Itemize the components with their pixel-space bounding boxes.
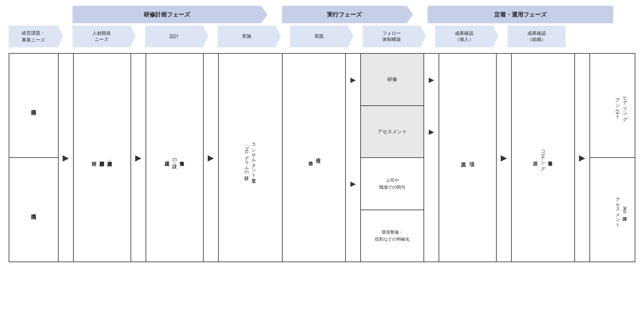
kankyo-text: 環境の整備 bbox=[307, 155, 322, 160]
arrow-4: ▶ ▶ bbox=[346, 54, 360, 262]
step-label-2: 設計 bbox=[169, 33, 179, 39]
cell-assessment2: ・360評価 ・アセスメント bbox=[590, 158, 635, 262]
step-label-6: 成果確認（個人） bbox=[455, 30, 473, 43]
sesaku-text: 施策全体像 の設計・ 環境設計 bbox=[164, 155, 186, 160]
konsaru-text: ・コンサルタント選定 ・プログラムの設計 bbox=[243, 141, 257, 175]
phase-label-execution: 実行フェーズ bbox=[327, 11, 362, 19]
arrow-6: ▶ bbox=[497, 54, 511, 262]
cell-gaibukankyo: 外部環境 bbox=[9, 54, 58, 158]
arrow-2: ▶ bbox=[131, 54, 146, 262]
followup-text: 集合研修 コーチング 面談 bbox=[532, 147, 554, 168]
col-design-pair: ・コンサルタント選定 ・プログラムの設計 環境の整備 bbox=[218, 54, 346, 262]
step-label-3: 実施 bbox=[242, 33, 251, 39]
phase-group-planning: 研修計画フェーズ bbox=[73, 6, 261, 23]
step-label-0: 経営課題・事業ニーズ bbox=[22, 30, 45, 44]
cell-joshi: 上司や職場での関与 bbox=[361, 158, 424, 210]
joshi-text: 上司や職場での関与 bbox=[379, 177, 405, 191]
arrow-3: ▶ bbox=[204, 54, 218, 262]
phase-label-settlement: 定着・運用フェーズ bbox=[494, 11, 547, 19]
step-result-org: 成果確認（組織） bbox=[508, 26, 566, 47]
cell-hearing: ヒアリングアンケート bbox=[590, 54, 635, 158]
phase-group-settlement: 定着・運用フェーズ bbox=[428, 6, 613, 23]
col-jigyo: 事業課題・人材開発課題理解 bbox=[73, 54, 131, 262]
col-impl: 研修 アセスメント 上司や職場での関与 環境整備・役割などの明確化 bbox=[360, 54, 424, 262]
arrow-1: ▶ bbox=[59, 54, 73, 262]
main-content: 外部環境 内部環境 ▶ 事業課題・人材開発課題理解 ▶ 施策全体像 の設計・ 環… bbox=[9, 53, 635, 262]
steps-header-row: 経営課題・事業ニーズ 人材開発ニーズ 設計 実施 実践 フォ bbox=[9, 26, 635, 47]
step-sekkei: 設計 bbox=[145, 26, 203, 47]
step-jissen: 実践 bbox=[290, 26, 348, 47]
cell-kankyo-seiri: 環境整備・役割などの明確化 bbox=[361, 210, 424, 262]
assessment-text: アセスメント bbox=[377, 128, 407, 135]
subcol-kankyo: 環境の整備 bbox=[283, 54, 346, 262]
hearing-text: ヒアリングアンケート bbox=[614, 93, 629, 119]
step-label-4: 実践 bbox=[314, 33, 324, 39]
step-jinzai: 人材開発ニーズ bbox=[73, 26, 131, 47]
assessment2-text: ・360評価 ・アセスメント bbox=[614, 195, 628, 225]
subcol-konsaru: ・コンサルタント選定 ・プログラムの設計 bbox=[219, 54, 283, 262]
col-followup: 集合研修 コーチング 面談 bbox=[511, 54, 575, 262]
cell-naibukankyo: 内部環境 bbox=[9, 158, 58, 262]
kankyo-seiri-text: 環境整備・役割などの明確化 bbox=[375, 229, 410, 243]
cell-assessment: アセスメント bbox=[361, 106, 424, 158]
arrow-5: ▶ ▶ bbox=[424, 54, 439, 262]
step-followup: フォロー体制構築 bbox=[363, 26, 421, 47]
step-keiei: 経営課題・事業ニーズ bbox=[9, 26, 58, 47]
cell-kenshu: 研修 bbox=[361, 54, 424, 106]
step-label-5: フォロー体制構築 bbox=[382, 30, 401, 43]
kenshu-text: 研修 bbox=[387, 76, 397, 83]
col-result1: ヒアリングアンケート ・360評価 ・アセスメント bbox=[589, 54, 635, 262]
col-sesaku: 施策全体像 の設計・ 環境設計 bbox=[146, 54, 204, 262]
step-result-individual: 成果確認（個人） bbox=[435, 26, 493, 47]
phase-header-row: 研修計画フェーズ 実行フェーズ 定着・運用フェーズ bbox=[9, 6, 635, 23]
col-jissen: 現場実践 bbox=[439, 54, 497, 262]
step-label-1: 人材開発ニーズ bbox=[92, 30, 111, 43]
step-jisshi: 実施 bbox=[218, 26, 276, 47]
phase-label-planning: 研修計画フェーズ bbox=[144, 11, 190, 19]
step-label-7: 成果確認（組織） bbox=[527, 30, 546, 43]
arrow-7: ▶ bbox=[575, 54, 589, 262]
col-kankyo: 外部環境 内部環境 bbox=[9, 54, 59, 262]
phase-group-execution: 実行フェーズ bbox=[282, 6, 407, 23]
